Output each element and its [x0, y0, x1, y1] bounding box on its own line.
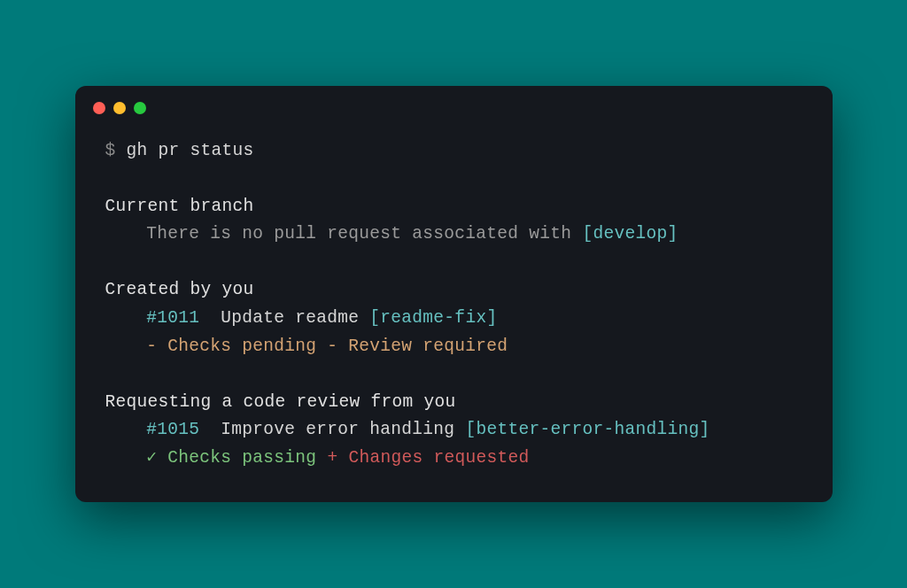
- section-header: Current branch: [105, 193, 802, 221]
- prompt-line: $ gh pr status: [105, 137, 802, 166]
- pr-title: Improve error handling: [221, 420, 465, 439]
- status-changes-requested: + Changes requested: [327, 448, 529, 468]
- minimize-icon[interactable]: [113, 102, 126, 114]
- status-passing: Checks passing: [157, 448, 327, 468]
- no-pr-message: There is no pull request associated with: [146, 224, 582, 244]
- close-icon[interactable]: [93, 102, 105, 114]
- pr-item: #1015 Improve error handling [better-err…: [105, 416, 802, 445]
- branch-name: [develop]: [582, 224, 678, 244]
- section-header: Requesting a code review from you: [105, 389, 802, 417]
- pr-status-line: ✓ Checks passing + Changes requested: [105, 445, 802, 473]
- pr-title: Update readme: [221, 308, 369, 328]
- pr-number: #1015: [146, 420, 199, 439]
- pr-item: #1011 Update readme [readme-fix]: [105, 305, 802, 333]
- branch-name: [better-error-handling]: [465, 420, 709, 439]
- section-requesting-review: Requesting a code review from you #1015 …: [105, 389, 802, 473]
- check-icon: ✓: [146, 448, 157, 468]
- section-created-by-you: Created by you #1011 Update readme [read…: [105, 276, 802, 360]
- terminal-window: $ gh pr status Current branch There is n…: [75, 86, 833, 503]
- section-header: Created by you: [105, 276, 802, 305]
- current-branch-message: There is no pull request associated with…: [105, 220, 802, 249]
- pr-status-line: - Checks pending - Review required: [105, 333, 802, 361]
- prompt-symbol: $: [105, 141, 116, 160]
- maximize-icon[interactable]: [134, 102, 146, 114]
- titlebar: [75, 86, 833, 121]
- section-current-branch: Current branch There is no pull request …: [105, 193, 802, 249]
- branch-name: [readme-fix]: [369, 308, 497, 328]
- pr-number: #1011: [146, 308, 199, 328]
- command-text: gh pr status: [127, 141, 254, 160]
- status-pending: - Checks pending - Review required: [146, 337, 508, 356]
- terminal-body[interactable]: $ gh pr status Current branch There is n…: [75, 121, 833, 503]
